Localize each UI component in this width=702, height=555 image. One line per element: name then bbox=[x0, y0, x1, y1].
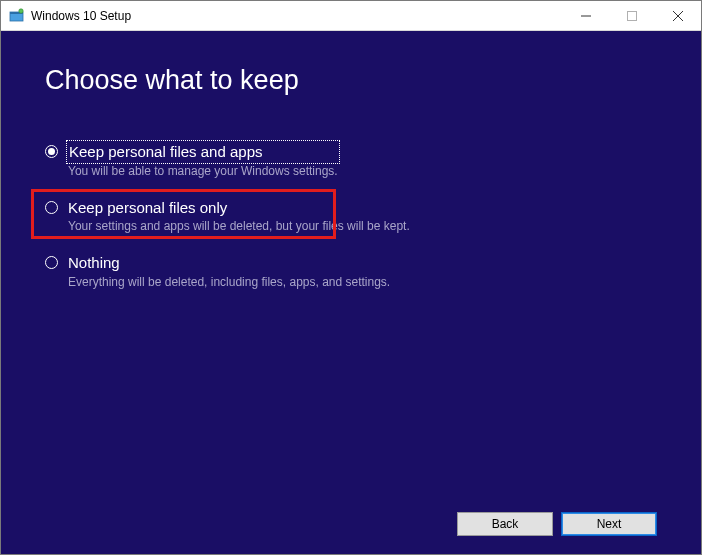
option-nothing[interactable]: Nothing Everything will be deleted, incl… bbox=[45, 251, 657, 291]
minimize-button[interactable] bbox=[563, 1, 609, 30]
page-title: Choose what to keep bbox=[45, 65, 657, 96]
radio-icon bbox=[45, 201, 58, 214]
radio-icon bbox=[45, 256, 58, 269]
option-texts: Nothing Everything will be deleted, incl… bbox=[68, 253, 390, 289]
option-label: Nothing bbox=[68, 253, 390, 273]
footer: Back Next bbox=[45, 500, 657, 536]
option-keep-files-apps[interactable]: Keep personal files and apps You will be… bbox=[45, 140, 657, 180]
option-description: You will be able to manage your Windows … bbox=[68, 164, 338, 178]
option-label: Keep personal files and apps bbox=[68, 142, 338, 162]
option-description: Everything will be deleted, including fi… bbox=[68, 275, 390, 289]
setup-window: Windows 10 Setup Choose what to keep Kee… bbox=[0, 0, 702, 555]
svg-rect-4 bbox=[628, 11, 637, 20]
svg-point-2 bbox=[19, 8, 23, 12]
close-button[interactable] bbox=[655, 1, 701, 30]
next-button[interactable]: Next bbox=[561, 512, 657, 536]
window-controls bbox=[563, 1, 701, 30]
option-texts: Keep personal files and apps You will be… bbox=[68, 142, 338, 178]
back-button[interactable]: Back bbox=[457, 512, 553, 536]
window-title: Windows 10 Setup bbox=[31, 9, 131, 23]
option-texts: Keep personal files only Your settings a… bbox=[68, 198, 410, 234]
radio-icon bbox=[45, 145, 58, 158]
option-keep-files-only[interactable]: Keep personal files only Your settings a… bbox=[45, 196, 657, 236]
option-label: Keep personal files only bbox=[68, 198, 410, 218]
app-icon bbox=[9, 8, 25, 24]
options-group: Keep personal files and apps You will be… bbox=[45, 140, 657, 291]
maximize-button bbox=[609, 1, 655, 30]
content-area: Choose what to keep Keep personal files … bbox=[1, 31, 701, 554]
titlebar: Windows 10 Setup bbox=[1, 1, 701, 31]
option-description: Your settings and apps will be deleted, … bbox=[68, 219, 410, 233]
